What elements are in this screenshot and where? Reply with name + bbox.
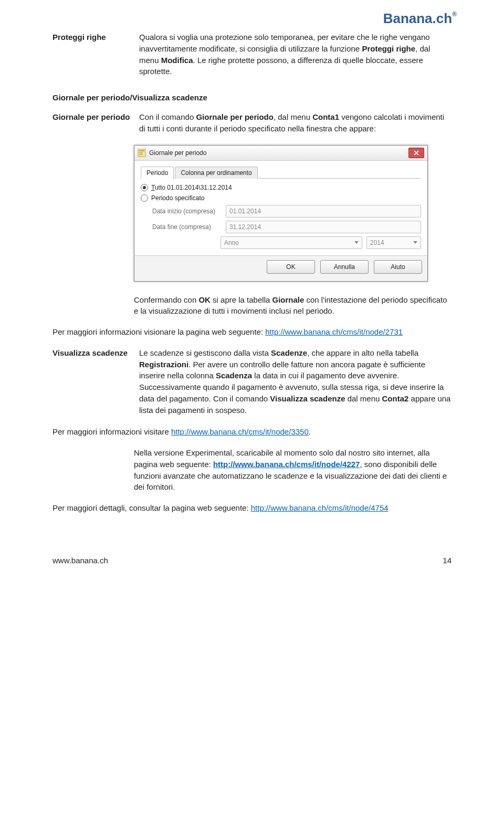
svg-rect-2 bbox=[139, 152, 143, 153]
radio-tutto-label: Tutto 01.01.2014\31.12.2014 bbox=[151, 184, 232, 191]
chevron-down-icon bbox=[413, 241, 417, 244]
entry-body: Qualora si voglia una protezione solo te… bbox=[139, 32, 452, 77]
label-data-fine: Data fine (compresa) bbox=[152, 223, 220, 231]
tab-colonna-ordinamento[interactable]: Colonna per ordinamento bbox=[175, 167, 257, 179]
dialog-footer: OK Annulla Aiuto bbox=[134, 255, 427, 278]
help-button[interactable]: Aiuto bbox=[374, 260, 422, 274]
svg-rect-1 bbox=[139, 150, 144, 151]
footer-site: www.banana.ch bbox=[52, 556, 108, 565]
field-row-data-inizio: Data inizio (compresa) 01.01.2014 bbox=[152, 205, 421, 218]
text: Confermando con bbox=[134, 295, 198, 304]
entry-label: Visualizza scadenze bbox=[52, 347, 139, 359]
cancel-button[interactable]: Annulla bbox=[320, 260, 369, 274]
entry-giornale-per-periodo: Giornale per periodo Con il comando Gior… bbox=[52, 111, 452, 135]
text: si apre la tabella bbox=[211, 295, 272, 304]
bold-text: OK bbox=[198, 295, 211, 304]
info-line-2: Per maggiori informazioni visitare http:… bbox=[52, 426, 452, 438]
brand-logo: Banana.ch® bbox=[383, 11, 457, 27]
mnemonic: T bbox=[151, 184, 155, 191]
text: Per maggiori dettagli, consultar la pagi… bbox=[52, 503, 251, 512]
dialog-titlebar: Giornale per periodo bbox=[134, 146, 427, 161]
combo-period-type[interactable]: Anno bbox=[220, 236, 362, 249]
combo-row: Anno 2014 bbox=[220, 236, 421, 249]
entry-body: Con il comando Giornale per periodo, dal… bbox=[139, 111, 452, 135]
radio-tutto[interactable] bbox=[141, 184, 148, 191]
text: Per maggiori informazioni visionare la p… bbox=[52, 327, 265, 336]
text: Con il comando bbox=[139, 112, 196, 121]
text: , che appare in alto nella tabella bbox=[307, 348, 418, 357]
link-node-4227[interactable]: http://www.banana.ch/cms/it/node/4227 bbox=[213, 460, 360, 469]
link-node-3350[interactable]: http://www.banana.ch/cms/it/node/3350 bbox=[171, 427, 309, 436]
info-line-1: Per maggiori informazioni visionare la p… bbox=[52, 326, 452, 338]
tab-periodo[interactable]: Periodo bbox=[141, 167, 174, 179]
brand-reg: ® bbox=[452, 11, 457, 18]
info-line-3: Per maggiori dettagli, consultar la pagi… bbox=[52, 502, 452, 514]
after-dialog-paragraph: Confermando con OK si apre la tabella Gi… bbox=[134, 294, 452, 317]
text: Per maggiori informazioni visitare bbox=[52, 427, 171, 436]
bold-text: Giornale bbox=[272, 295, 304, 304]
radio-tutto-row[interactable]: Tutto 01.01.2014\31.12.2014 bbox=[141, 184, 421, 191]
text: utto 01.01.2014\31.12.2014 bbox=[155, 184, 232, 191]
ok-button[interactable]: OK bbox=[267, 260, 315, 274]
section-title: Giornale per periodo/Visualizza scadenze bbox=[52, 93, 452, 102]
dialog-body: Periodo Colonna per ordinamento Tutto 01… bbox=[134, 161, 427, 255]
svg-rect-3 bbox=[139, 154, 143, 155]
text: . bbox=[309, 427, 311, 436]
bold-text: Conta2 bbox=[382, 394, 409, 403]
dialog-wrapper: Giornale per periodo Periodo Colonna per… bbox=[134, 145, 428, 282]
text: dal menu bbox=[345, 394, 382, 403]
experimental-paragraph: Nella versione Experimental, scaricabile… bbox=[134, 447, 452, 493]
page-footer: www.banana.ch 14 bbox=[52, 556, 452, 565]
chevron-down-icon bbox=[354, 241, 359, 244]
dialog-grip bbox=[134, 278, 427, 281]
bold-text: Scadenze bbox=[271, 348, 307, 357]
dialog-title: Giornale per periodo bbox=[149, 149, 206, 157]
field-row-data-fine: Data fine (compresa) 31.12.2014 bbox=[152, 221, 421, 233]
text: , dal menu bbox=[274, 112, 312, 121]
input-data-inizio[interactable]: 01.01.2014 bbox=[226, 205, 421, 218]
radio-periodo-row[interactable]: Periodo specificato bbox=[141, 194, 421, 202]
document-page: Banana.ch® Proteggi righe Qualora si vog… bbox=[0, 0, 504, 586]
entry-label: Giornale per periodo bbox=[52, 111, 139, 123]
bold-text: Modifica bbox=[161, 56, 193, 65]
bold-text: Visualizza scadenze bbox=[270, 394, 345, 403]
bold-text: Registrazioni bbox=[139, 360, 188, 369]
bold-text: Giornale per periodo bbox=[196, 112, 274, 121]
bold-text: Scadenza bbox=[216, 371, 252, 380]
radio-periodo-label: Periodo specificato bbox=[151, 194, 204, 202]
bold-text: Conta1 bbox=[312, 112, 339, 121]
footer-page-number: 14 bbox=[443, 556, 452, 565]
entry-label: Proteggi righe bbox=[52, 32, 139, 43]
input-data-fine[interactable]: 31.12.2014 bbox=[226, 221, 421, 233]
tab-row: Periodo Colonna per ordinamento bbox=[141, 166, 421, 179]
entry-visualizza-scadenze: Visualizza scadenze Le scadenze si gesti… bbox=[52, 347, 452, 416]
link-node-4754[interactable]: http://www.banana.ch/cms/it/node/4754 bbox=[251, 503, 388, 512]
dialog-giornale-per-periodo: Giornale per periodo Periodo Colonna per… bbox=[134, 145, 428, 282]
entry-body: Le scadenze si gestiscono dalla vista Sc… bbox=[139, 347, 452, 416]
text: Le scadenze si gestiscono dalla vista bbox=[139, 348, 271, 357]
entry-proteggi-righe: Proteggi righe Qualora si voglia una pro… bbox=[52, 32, 452, 77]
dialog-title-left: Giornale per periodo bbox=[138, 149, 206, 157]
combo-year[interactable]: 2014 bbox=[366, 236, 421, 249]
radio-periodo-specificato[interactable] bbox=[141, 194, 148, 202]
label-data-inizio: Data inizio (compresa) bbox=[152, 208, 220, 215]
bold-text: Proteggi righe bbox=[362, 44, 415, 53]
combo-value: 2014 bbox=[370, 239, 384, 246]
link-node-2731[interactable]: http://www.banana.ch/cms/it/node/2731 bbox=[265, 327, 403, 336]
close-button[interactable] bbox=[408, 148, 424, 158]
window-icon bbox=[138, 149, 146, 157]
combo-value: Anno bbox=[224, 239, 239, 246]
brand-name: Banana.ch bbox=[383, 11, 453, 26]
